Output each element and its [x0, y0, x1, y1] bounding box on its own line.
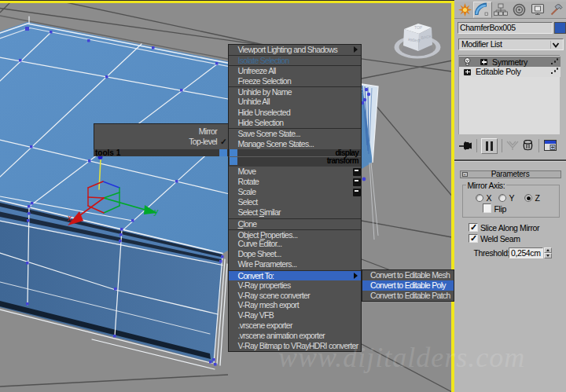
svg-text:x: x [67, 214, 72, 222]
svg-text:TOP: TOP [414, 25, 423, 30]
svg-text:y: y [153, 207, 159, 216]
